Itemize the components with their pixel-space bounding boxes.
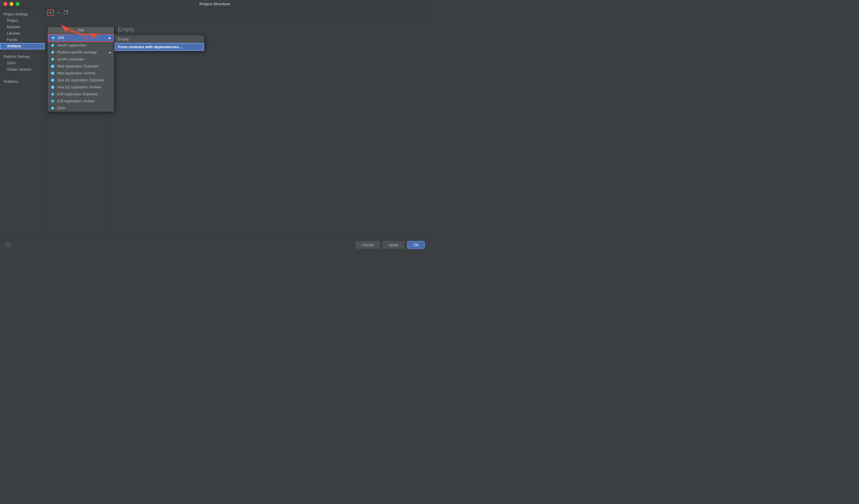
menu-item-web-archive-label: Web Application: Archive — [57, 71, 95, 75]
left-panel: Add JAR ▶ — [45, 17, 112, 238]
menu-item-platform-pkg[interactable]: Platform specific package ▶ — [48, 49, 114, 56]
ejb-exploded-icon — [50, 92, 55, 96]
menu-item-jar-label: JAR — [58, 36, 64, 40]
jar-submenu-from-modules[interactable]: From modules with dependencies... — [115, 43, 204, 51]
remove-button[interactable]: − — [55, 10, 61, 16]
sidebar-item-project[interactable]: Project — [0, 17, 45, 24]
menu-item-web-exploded[interactable]: Web Application: Exploded — [48, 63, 114, 70]
menu-item-ejb-exploded-label: EJB Application: Exploded — [57, 92, 98, 96]
main-layout: Project Settings Project Modules Librari… — [0, 8, 430, 238]
other-icon — [50, 106, 55, 110]
content-body: Add JAR ▶ — [45, 17, 430, 238]
minimize-button[interactable] — [10, 2, 13, 6]
sidebar-item-libraries[interactable]: Libraries — [0, 30, 45, 36]
platform-pkg-chevron: ▶ — [109, 51, 112, 54]
svg-point-11 — [52, 72, 54, 74]
empty-label: Empty — [118, 26, 134, 33]
javafx-app-icon — [50, 43, 55, 47]
java-ee-exploded-icon — [50, 78, 55, 82]
copy-button[interactable]: ❐ — [62, 10, 69, 16]
close-button[interactable] — [3, 2, 7, 6]
svg-rect-13 — [52, 79, 54, 81]
jar-submenu-empty-label: Empty — [118, 37, 129, 41]
menu-item-java-ee-exploded-label: Java EE Application: Exploded — [57, 78, 104, 82]
menu-item-java-ee-exploded[interactable]: Java EE Application: Exploded — [48, 77, 114, 84]
sidebar-item-sdks[interactable]: SDKs — [0, 60, 45, 66]
menu-item-java-ee-archive-label: Java EE Application: Archive — [57, 85, 101, 89]
help-button[interactable]: ? — [5, 242, 11, 248]
jar-submenu: Empty From modules with dependencies... — [114, 35, 205, 51]
add-menu: Add JAR ▶ — [47, 27, 114, 112]
jar-chevron: ▶ — [109, 36, 111, 40]
platform-pkg-icon — [50, 50, 55, 55]
menu-item-javafx-app[interactable]: JavaFx application — [48, 42, 114, 49]
sidebar-item-modules[interactable]: Modules — [0, 24, 45, 30]
cancel-button[interactable]: Cancel — [356, 241, 379, 249]
menu-item-ejb-archive-label: EJB Application: Archive — [57, 99, 94, 103]
menu-item-ejb-archive[interactable]: EJB Application: Archive — [48, 98, 114, 105]
jar-icon — [51, 36, 55, 40]
traffic-lights — [3, 2, 19, 6]
svg-rect-15 — [52, 86, 54, 88]
menu-item-javafx-app-label: JavaFx application — [57, 43, 86, 47]
svg-point-9 — [52, 65, 54, 67]
svg-marker-17 — [51, 100, 55, 103]
platform-settings-label: Platform Settings — [0, 54, 45, 60]
ejb-archive-icon — [50, 99, 55, 103]
add-menu-header: Add — [48, 27, 114, 34]
maximize-button[interactable] — [16, 2, 19, 6]
window-title: Project Structure — [199, 2, 230, 6]
sidebar-item-facets[interactable]: Facets — [0, 36, 45, 43]
project-settings-label: Project Settings — [0, 11, 45, 17]
menu-item-other[interactable]: Other — [48, 105, 114, 112]
menu-item-web-exploded-label: Web Application: Exploded — [57, 64, 99, 68]
menu-item-java-ee-archive[interactable]: Java EE Application: Archive — [48, 84, 114, 91]
menu-item-jar[interactable]: JAR ▶ — [48, 34, 114, 42]
java-ee-archive-icon — [50, 85, 55, 89]
sidebar-item-artifacts[interactable]: Artifacts — [0, 43, 45, 49]
problems-label: Problems — [0, 78, 45, 85]
svg-marker-16 — [51, 92, 55, 96]
bottom-right: Cancel Apply OK — [356, 241, 425, 249]
apply-button[interactable]: Apply — [383, 241, 405, 249]
menu-item-other-label: Other — [57, 106, 66, 110]
menu-item-javafx-preloader[interactable]: JavaFx preloader — [48, 56, 114, 63]
jar-submenu-empty[interactable]: Empty — [115, 35, 204, 43]
title-bar: Project Structure — [0, 0, 430, 8]
content-area: + − ❐ Add JAR ▶ — [45, 8, 430, 238]
ok-button[interactable]: OK — [407, 241, 425, 249]
sidebar: Project Settings Project Modules Librari… — [0, 8, 45, 238]
sidebar-item-global-libraries[interactable]: Global Libraries — [0, 66, 45, 73]
toolbar: + − ❐ — [45, 8, 430, 17]
menu-item-web-archive[interactable]: Web Application: Archive — [48, 70, 114, 77]
jar-submenu-from-modules-label: From modules with dependencies... — [118, 45, 182, 49]
add-menu-container: Add JAR ▶ — [47, 27, 114, 112]
bottom-left: ? — [5, 242, 11, 248]
javafx-preloader-icon — [50, 57, 55, 61]
menu-item-platform-pkg-label: Platform specific package — [57, 50, 97, 55]
web-archive-icon — [50, 71, 55, 75]
bottom-bar: ? Cancel Apply OK — [0, 238, 430, 252]
web-exploded-icon — [50, 64, 55, 68]
menu-item-javafx-preloader-label: JavaFx preloader — [57, 57, 84, 61]
menu-item-ejb-exploded[interactable]: EJB Application: Exploded — [48, 91, 114, 98]
add-button[interactable]: + — [47, 10, 54, 16]
